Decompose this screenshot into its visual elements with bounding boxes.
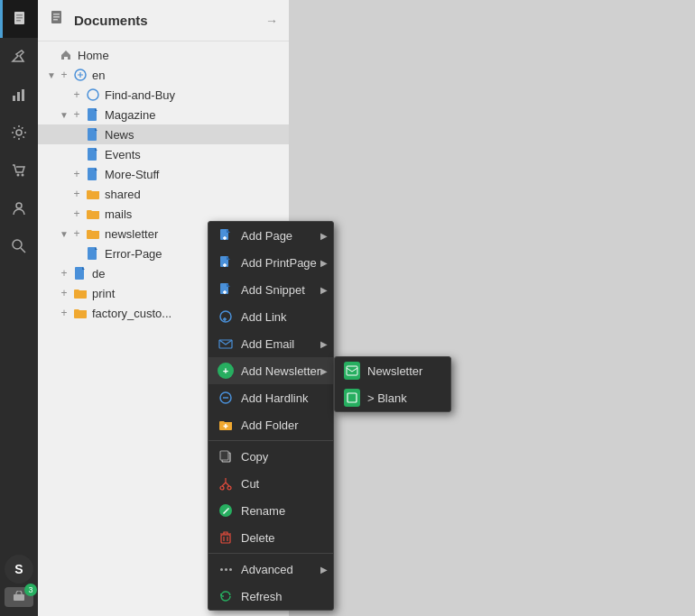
- menu-item-cut[interactable]: Cut: [208, 470, 333, 497]
- menu-item-copy[interactable]: Copy: [208, 443, 333, 470]
- toggle-en[interactable]: ▼: [45, 70, 58, 80]
- folder-icon-shared: [85, 186, 101, 202]
- sidebar-icon-cart[interactable]: [0, 152, 38, 189]
- toggle-newsletter[interactable]: ▼: [58, 229, 70, 239]
- menu-separator-2: [208, 553, 333, 554]
- add-folder-icon: [218, 417, 234, 433]
- add-shared[interactable]: +: [70, 188, 83, 200]
- refresh-label: Refresh: [241, 590, 283, 603]
- sidebar-icon-users[interactable]: [0, 189, 38, 227]
- add-en[interactable]: +: [58, 69, 70, 81]
- tree-item-more-stuff[interactable]: + More-Stuff: [38, 164, 289, 184]
- svg-rect-59: [347, 366, 357, 375]
- menu-item-add-page[interactable]: Add Page ▶: [208, 222, 333, 249]
- magazine-label: Magazine: [105, 108, 155, 122]
- add-email-label: Add Email: [241, 337, 294, 351]
- newsletter-submenu-label: Newsletter: [367, 364, 422, 378]
- add-newsletter-arrow: ▶: [320, 366, 328, 376]
- en-label: en: [92, 69, 105, 82]
- tree-item-shared[interactable]: + shared: [38, 184, 289, 204]
- cut-label: Cut: [241, 477, 259, 491]
- add-findbuy[interactable]: +: [70, 88, 83, 101]
- sidebar-icon-analytics[interactable]: [0, 76, 38, 114]
- add-print[interactable]: +: [58, 287, 70, 299]
- panel-header-doc-icon: [49, 9, 67, 32]
- menu-item-delete[interactable]: Delete: [208, 524, 333, 551]
- symfony-logo[interactable]: S: [5, 555, 33, 584]
- page-icon-magazine: [85, 106, 101, 123]
- menu-item-add-link[interactable]: Add Link: [208, 303, 333, 330]
- svg-rect-2: [16, 17, 23, 19]
- toggle-magazine[interactable]: ▼: [58, 110, 70, 120]
- shared-label: shared: [105, 188, 141, 201]
- sidebar-icon-tools[interactable]: [0, 38, 38, 76]
- tree-item-magazine[interactable]: ▼ + Magazine: [38, 105, 289, 124]
- panel-arrow-icon[interactable]: →: [265, 14, 278, 28]
- svg-rect-15: [53, 14, 60, 15]
- sidebar-icon-documents[interactable]: [0, 0, 38, 38]
- add-page-arrow: ▶: [320, 231, 328, 241]
- svg-rect-1: [16, 14, 23, 16]
- folder-icon-mails: [85, 206, 101, 222]
- tree-item-events[interactable]: Events: [38, 144, 289, 164]
- svg-rect-13: [14, 594, 24, 601]
- sidebar: S 3: [0, 0, 38, 616]
- add-hardlink-icon: [218, 390, 234, 406]
- newsletter-label: newsletter: [105, 227, 158, 241]
- advanced-arrow: ▶: [320, 565, 328, 575]
- sidebar-icon-search[interactable]: [0, 227, 38, 265]
- add-printpage-icon: [218, 254, 234, 271]
- menu-item-rename[interactable]: Rename: [208, 497, 333, 524]
- menu-item-advanced[interactable]: Advanced ▶: [208, 556, 333, 583]
- delete-label: Delete: [241, 531, 275, 545]
- svg-marker-41: [227, 283, 230, 287]
- print-label: print: [92, 287, 115, 300]
- svg-rect-3: [16, 20, 21, 22]
- factory-custom-label: factory_custo...: [92, 307, 171, 320]
- menu-item-add-snippet[interactable]: Add Snippet ▶: [208, 276, 333, 303]
- add-magazine[interactable]: +: [70, 108, 83, 121]
- menu-item-refresh[interactable]: Refresh: [208, 583, 333, 610]
- panel-header: Documents →: [38, 0, 289, 41]
- menu-item-add-printpage[interactable]: Add PrintPage ▶: [208, 249, 333, 276]
- documents-panel: Documents → Home ▼ +: [38, 0, 289, 616]
- add-factory-custom[interactable]: +: [58, 307, 70, 319]
- menu-item-add-hardlink[interactable]: Add Hardlink: [208, 384, 333, 411]
- submenu-item-blank[interactable]: > Blank: [335, 384, 450, 411]
- tree-item-news[interactable]: News: [38, 124, 289, 144]
- svg-point-44: [220, 311, 231, 322]
- svg-rect-17: [53, 19, 58, 21]
- sidebar-icon-settings[interactable]: [0, 114, 38, 152]
- tree-item-find-buy[interactable]: + Find-and-Buy: [38, 85, 289, 105]
- add-mails[interactable]: +: [70, 207, 83, 220]
- svg-rect-6: [22, 89, 24, 101]
- add-link-icon: [218, 308, 234, 325]
- tree-item-home[interactable]: Home: [38, 45, 289, 65]
- menu-item-add-newsletter[interactable]: + Add Newsletter ▶: [208, 357, 333, 384]
- add-more-stuff[interactable]: +: [70, 168, 83, 180]
- menu-item-add-email[interactable]: Add Email ▶: [208, 330, 333, 357]
- notifications-badge[interactable]: 3: [5, 587, 33, 607]
- add-snippet-icon: [218, 281, 234, 298]
- more-stuff-label: More-Stuff: [105, 168, 159, 181]
- add-hardlink-label: Add Hardlink: [241, 391, 308, 405]
- svg-rect-5: [17, 92, 20, 101]
- delete-icon: [218, 529, 234, 546]
- menu-item-add-folder[interactable]: Add Folder: [208, 411, 333, 438]
- svg-point-7: [16, 130, 22, 135]
- svg-marker-33: [227, 229, 230, 233]
- add-link-label: Add Link: [241, 310, 287, 324]
- panel-title: Documents: [74, 13, 258, 28]
- submenu-item-newsletter[interactable]: Newsletter: [335, 357, 450, 384]
- copy-icon: [218, 448, 234, 464]
- svg-rect-52: [220, 451, 228, 460]
- advanced-label: Advanced: [241, 563, 293, 576]
- blank-icon: [344, 390, 360, 406]
- tree-item-en[interactable]: ▼ + en: [38, 65, 289, 85]
- refresh-icon: [218, 588, 234, 604]
- svg-marker-37: [227, 256, 230, 260]
- svg-line-12: [21, 248, 25, 253]
- add-newsletter[interactable]: +: [70, 227, 83, 240]
- add-page-icon: [218, 227, 234, 244]
- add-de[interactable]: +: [58, 267, 70, 280]
